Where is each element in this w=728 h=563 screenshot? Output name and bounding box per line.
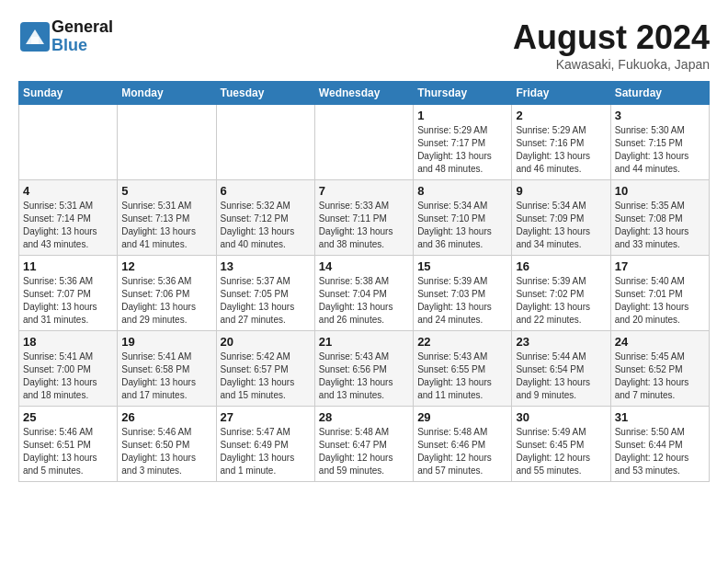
- day-info: Sunrise: 5:49 AM Sunset: 6:45 PM Dayligh…: [516, 426, 606, 477]
- day-number: 8: [417, 184, 507, 198]
- day-info: Sunrise: 5:46 AM Sunset: 6:50 PM Dayligh…: [121, 426, 211, 477]
- day-number: 26: [121, 410, 211, 424]
- calendar-cell: 29Sunrise: 5:48 AM Sunset: 6:46 PM Dayli…: [414, 407, 512, 482]
- day-number: 12: [121, 259, 211, 273]
- calendar-cell: 27Sunrise: 5:47 AM Sunset: 6:49 PM Dayli…: [216, 407, 314, 482]
- calendar-cell: 3Sunrise: 5:30 AM Sunset: 7:15 PM Daylig…: [610, 105, 709, 180]
- calendar-cell: 7Sunrise: 5:33 AM Sunset: 7:11 PM Daylig…: [314, 180, 413, 256]
- calendar-cell: 12Sunrise: 5:36 AM Sunset: 7:06 PM Dayli…: [118, 256, 216, 331]
- calendar-cell: 4Sunrise: 5:31 AM Sunset: 7:14 PM Daylig…: [19, 180, 118, 256]
- day-info: Sunrise: 5:41 AM Sunset: 6:58 PM Dayligh…: [121, 350, 211, 402]
- calendar-cell: 2Sunrise: 5:29 AM Sunset: 7:16 PM Daylig…: [512, 105, 610, 180]
- day-info: Sunrise: 5:48 AM Sunset: 6:47 PM Dayligh…: [319, 426, 409, 477]
- day-info: Sunrise: 5:41 AM Sunset: 7:00 PM Dayligh…: [23, 350, 113, 402]
- day-number: 21: [319, 335, 409, 349]
- day-number: 14: [319, 259, 409, 273]
- calendar-cell: 15Sunrise: 5:39 AM Sunset: 7:03 PM Dayli…: [414, 256, 512, 331]
- day-info: Sunrise: 5:39 AM Sunset: 7:03 PM Dayligh…: [417, 275, 507, 327]
- day-info: Sunrise: 5:36 AM Sunset: 7:06 PM Dayligh…: [121, 275, 211, 327]
- calendar-cell: 28Sunrise: 5:48 AM Sunset: 6:47 PM Dayli…: [314, 407, 413, 482]
- day-info: Sunrise: 5:35 AM Sunset: 7:08 PM Dayligh…: [615, 200, 705, 251]
- month-title: August 2024: [513, 18, 710, 57]
- day-number: 28: [319, 410, 409, 424]
- day-number: 30: [516, 410, 606, 424]
- calendar-cell: 31Sunrise: 5:50 AM Sunset: 6:44 PM Dayli…: [610, 407, 709, 482]
- calendar-cell: 6Sunrise: 5:32 AM Sunset: 7:12 PM Daylig…: [216, 180, 314, 256]
- day-number: 18: [23, 335, 113, 349]
- weekday-header: Tuesday: [216, 82, 314, 105]
- day-number: 3: [615, 109, 705, 122]
- day-info: Sunrise: 5:47 AM Sunset: 6:49 PM Dayligh…: [221, 426, 311, 477]
- day-info: Sunrise: 5:48 AM Sunset: 6:46 PM Dayligh…: [417, 426, 507, 477]
- day-number: 11: [23, 259, 113, 273]
- calendar-cell: [216, 105, 314, 180]
- day-number: 31: [615, 410, 705, 424]
- calendar-cell: 11Sunrise: 5:36 AM Sunset: 7:07 PM Dayli…: [19, 256, 118, 331]
- day-info: Sunrise: 5:34 AM Sunset: 7:09 PM Dayligh…: [516, 200, 606, 251]
- calendar-cell: 26Sunrise: 5:46 AM Sunset: 6:50 PM Dayli…: [118, 407, 216, 482]
- day-info: Sunrise: 5:43 AM Sunset: 6:55 PM Dayligh…: [417, 350, 507, 402]
- title-area: August 2024 Kawasaki, Fukuoka, Japan: [513, 18, 710, 72]
- day-number: 13: [221, 259, 311, 273]
- calendar-cell: 5Sunrise: 5:31 AM Sunset: 7:13 PM Daylig…: [118, 180, 216, 256]
- calendar-cell: [314, 105, 413, 180]
- day-info: Sunrise: 5:40 AM Sunset: 7:01 PM Dayligh…: [615, 275, 705, 327]
- weekday-header: Friday: [512, 82, 610, 105]
- weekday-header-row: SundayMondayTuesdayWednesdayThursdayFrid…: [19, 82, 710, 105]
- calendar-cell: 17Sunrise: 5:40 AM Sunset: 7:01 PM Dayli…: [610, 256, 709, 331]
- logo-icon: [18, 20, 51, 53]
- logo-text: General Blue: [51, 18, 113, 55]
- day-info: Sunrise: 5:31 AM Sunset: 7:14 PM Dayligh…: [23, 200, 113, 251]
- calendar-cell: 21Sunrise: 5:43 AM Sunset: 6:56 PM Dayli…: [314, 331, 413, 407]
- day-number: 20: [221, 335, 311, 349]
- day-number: 1: [417, 109, 507, 122]
- calendar-cell: [118, 105, 216, 180]
- day-number: 25: [23, 410, 113, 424]
- day-number: 4: [23, 184, 113, 198]
- calendar: SundayMondayTuesdayWednesdayThursdayFrid…: [18, 81, 710, 482]
- calendar-week-row: 11Sunrise: 5:36 AM Sunset: 7:07 PM Dayli…: [19, 256, 710, 331]
- day-info: Sunrise: 5:29 AM Sunset: 7:17 PM Dayligh…: [417, 124, 507, 176]
- calendar-cell: 18Sunrise: 5:41 AM Sunset: 7:00 PM Dayli…: [19, 331, 118, 407]
- calendar-cell: [19, 105, 118, 180]
- day-number: 19: [121, 335, 211, 349]
- calendar-cell: 19Sunrise: 5:41 AM Sunset: 6:58 PM Dayli…: [118, 331, 216, 407]
- weekday-header: Monday: [118, 82, 216, 105]
- calendar-week-row: 18Sunrise: 5:41 AM Sunset: 7:00 PM Dayli…: [19, 331, 710, 407]
- weekday-header: Saturday: [610, 82, 709, 105]
- calendar-week-row: 25Sunrise: 5:46 AM Sunset: 6:51 PM Dayli…: [19, 407, 710, 482]
- day-number: 16: [516, 259, 606, 273]
- day-info: Sunrise: 5:32 AM Sunset: 7:12 PM Dayligh…: [221, 200, 311, 251]
- day-number: 5: [121, 184, 211, 198]
- day-info: Sunrise: 5:44 AM Sunset: 6:54 PM Dayligh…: [516, 350, 606, 402]
- calendar-week-row: 1Sunrise: 5:29 AM Sunset: 7:17 PM Daylig…: [19, 105, 710, 180]
- day-info: Sunrise: 5:46 AM Sunset: 6:51 PM Dayligh…: [23, 426, 113, 477]
- location: Kawasaki, Fukuoka, Japan: [513, 57, 710, 72]
- day-number: 27: [221, 410, 311, 424]
- weekday-header: Thursday: [414, 82, 512, 105]
- calendar-cell: 1Sunrise: 5:29 AM Sunset: 7:17 PM Daylig…: [414, 105, 512, 180]
- day-number: 7: [319, 184, 409, 198]
- day-number: 2: [516, 109, 606, 122]
- day-number: 23: [516, 335, 606, 349]
- day-info: Sunrise: 5:43 AM Sunset: 6:56 PM Dayligh…: [319, 350, 409, 402]
- header: General Blue August 2024 Kawasaki, Fukuo…: [18, 18, 710, 72]
- day-number: 10: [615, 184, 705, 198]
- day-number: 29: [417, 410, 507, 424]
- calendar-cell: 9Sunrise: 5:34 AM Sunset: 7:09 PM Daylig…: [512, 180, 610, 256]
- calendar-cell: 20Sunrise: 5:42 AM Sunset: 6:57 PM Dayli…: [216, 331, 314, 407]
- day-info: Sunrise: 5:29 AM Sunset: 7:16 PM Dayligh…: [516, 124, 606, 176]
- day-info: Sunrise: 5:39 AM Sunset: 7:02 PM Dayligh…: [516, 275, 606, 327]
- day-number: 6: [221, 184, 311, 198]
- day-number: 17: [615, 259, 705, 273]
- weekday-header: Wednesday: [314, 82, 413, 105]
- day-info: Sunrise: 5:38 AM Sunset: 7:04 PM Dayligh…: [319, 275, 409, 327]
- calendar-cell: 22Sunrise: 5:43 AM Sunset: 6:55 PM Dayli…: [414, 331, 512, 407]
- day-number: 9: [516, 184, 606, 198]
- day-info: Sunrise: 5:31 AM Sunset: 7:13 PM Dayligh…: [121, 200, 211, 251]
- day-info: Sunrise: 5:42 AM Sunset: 6:57 PM Dayligh…: [221, 350, 311, 402]
- calendar-cell: 16Sunrise: 5:39 AM Sunset: 7:02 PM Dayli…: [512, 256, 610, 331]
- day-info: Sunrise: 5:36 AM Sunset: 7:07 PM Dayligh…: [23, 275, 113, 327]
- logo-general: General: [51, 18, 113, 37]
- calendar-cell: 13Sunrise: 5:37 AM Sunset: 7:05 PM Dayli…: [216, 256, 314, 331]
